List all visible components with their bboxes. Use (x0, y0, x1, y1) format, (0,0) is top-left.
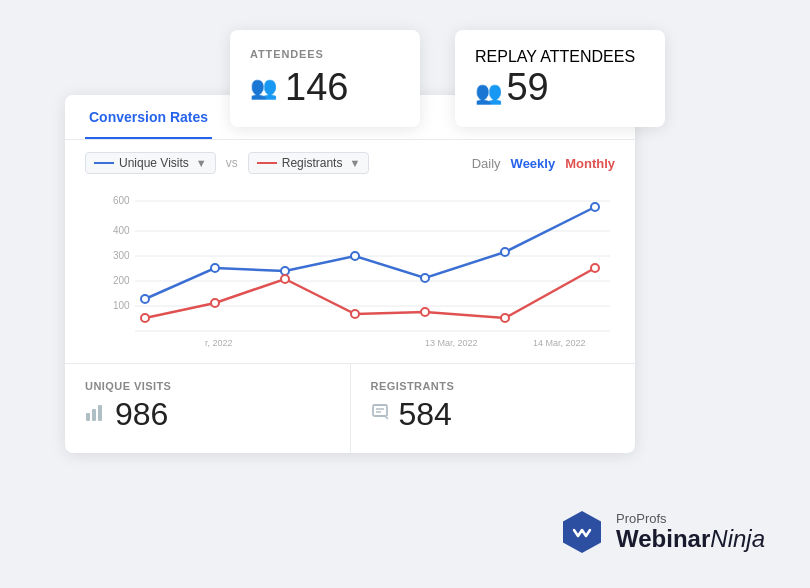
webinarninja-logo-icon (558, 508, 606, 556)
svg-point-15 (211, 264, 219, 272)
logo-text: ProProfs WebinarNinja (616, 512, 765, 553)
svg-text:600: 600 (113, 195, 130, 206)
legend-blue-line (94, 162, 114, 164)
replay-attendees-card: REPLAY ATTENDEES 👥 59 (455, 30, 665, 127)
svg-text:14 Mar, 2022: 14 Mar, 2022 (533, 338, 586, 348)
legend-registrants-label: Registrants (282, 156, 343, 170)
edit-icon (371, 402, 391, 427)
unique-visits-value: 986 (115, 396, 168, 433)
svg-rect-30 (98, 405, 102, 421)
replay-label: REPLAY ATTENDEES (475, 48, 645, 66)
svg-point-27 (591, 264, 599, 272)
svg-point-23 (281, 275, 289, 283)
stats-row: UNIQUE VISITS 986 REGISTRANTS (65, 363, 635, 453)
replay-icon: 👥 (475, 80, 502, 105)
svg-rect-28 (86, 413, 90, 421)
unique-visits-label: UNIQUE VISITS (85, 380, 330, 392)
svg-point-20 (591, 203, 599, 211)
legend-registrants[interactable]: Registrants ▼ (248, 152, 370, 174)
legend-unique-visits-label: Unique Visits (119, 156, 189, 170)
svg-point-19 (501, 248, 509, 256)
filter-weekly[interactable]: Weekly (511, 156, 556, 171)
chevron-down-icon-2: ▼ (349, 157, 360, 169)
filter-monthly[interactable]: Monthly (565, 156, 615, 171)
svg-point-22 (211, 299, 219, 307)
chart-area: 600 400 300 200 100 r, 2022 13 Mar, 2022… (65, 180, 635, 363)
legend-group: Unique Visits ▼ vs Registrants ▼ (85, 152, 369, 174)
registrants-value: 584 (399, 396, 452, 433)
svg-point-25 (421, 308, 429, 316)
legend-red-line (257, 162, 277, 164)
bar-chart-icon (85, 401, 107, 428)
main-dashboard-card: Conversion Rates Unique Visits ▼ vs Regi… (65, 95, 635, 453)
svg-text:r, 2022: r, 2022 (205, 338, 233, 348)
svg-text:400: 400 (113, 225, 130, 236)
time-filters: Daily Weekly Monthly (472, 156, 615, 171)
svg-point-24 (351, 310, 359, 318)
ninja-part: Ninja (710, 526, 765, 552)
svg-point-26 (501, 314, 509, 322)
unique-visits-stat: UNIQUE VISITS 986 (65, 363, 351, 453)
webinar-part: Webinar (616, 526, 710, 552)
legend-unique-visits[interactable]: Unique Visits ▼ (85, 152, 216, 174)
webinarninja-label: WebinarNinja (616, 526, 765, 552)
svg-text:13 Mar, 2022: 13 Mar, 2022 (425, 338, 478, 348)
attendees-icon: 👥 (250, 75, 277, 101)
attendees-card: ATTENDEES 👥 146 (230, 30, 420, 127)
attendees-value: 146 (285, 66, 348, 109)
replay-value: 59 (506, 66, 548, 108)
svg-point-21 (141, 314, 149, 322)
svg-point-14 (141, 295, 149, 303)
registrants-stat: REGISTRANTS 584 (351, 363, 636, 453)
svg-point-18 (421, 274, 429, 282)
filter-daily[interactable]: Daily (472, 156, 501, 171)
svg-point-16 (281, 267, 289, 275)
svg-text:300: 300 (113, 250, 130, 261)
attendees-label: ATTENDEES (250, 48, 400, 60)
svg-rect-31 (373, 405, 387, 416)
line-chart: 600 400 300 200 100 r, 2022 13 Mar, 2022… (85, 186, 615, 351)
svg-text:100: 100 (113, 300, 130, 311)
chevron-down-icon: ▼ (196, 157, 207, 169)
logo-area: ProProfs WebinarNinja (558, 508, 765, 556)
chart-controls: Unique Visits ▼ vs Registrants ▼ Daily W… (65, 140, 635, 180)
svg-rect-29 (92, 409, 96, 421)
tab-conversion-rates[interactable]: Conversion Rates (85, 95, 212, 139)
vs-label: vs (226, 156, 238, 170)
svg-text:200: 200 (113, 275, 130, 286)
svg-point-17 (351, 252, 359, 260)
registrants-label: REGISTRANTS (371, 380, 616, 392)
proprofs-label: ProProfs (616, 512, 765, 526)
